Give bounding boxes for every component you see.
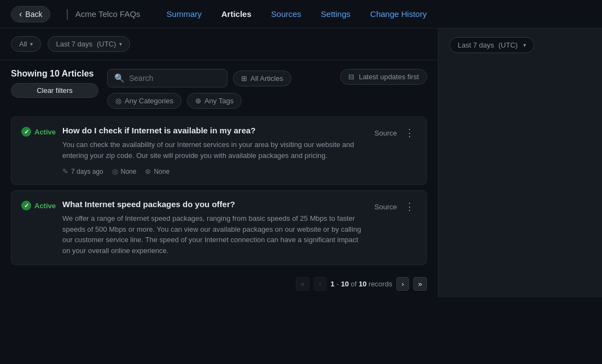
all-filter-chevron: ▾: [30, 41, 33, 47]
top-nav: ‹ Back | Acme Telco FAQs Summary Article…: [0, 0, 602, 28]
check-icon: ✓: [24, 128, 29, 136]
source-button[interactable]: Source: [375, 129, 397, 137]
sort-dropdown[interactable]: ⊟ Latest updates first: [340, 69, 427, 85]
records-label: records: [369, 280, 392, 288]
right-date-filter[interactable]: Last 7 days (UTC) ▾: [449, 37, 534, 53]
date-filter-dropdown[interactable]: Last 7 days (UTC) ▾: [48, 36, 130, 52]
tag-meta-icon: ⊛: [145, 167, 151, 175]
status-dot: ✓: [21, 201, 31, 210]
right-filter-row: Last 7 days (UTC) ▾: [449, 37, 591, 53]
sort-label: Latest updates first: [359, 73, 419, 81]
nav-links: Summary Articles Sources Settings Change…: [158, 6, 436, 22]
breadcrumb-title: Acme Telco FAQs: [75, 9, 141, 19]
article-header: ✓ Active What Internet speed packages do…: [21, 199, 417, 256]
meta-tag: ⊛ None: [145, 167, 170, 175]
toolbar-filters: 🔍 ⊞ All Articles ◎ Any Categories ⊛ Any …: [107, 69, 331, 109]
toolbar: Showing 10 Articles Clear filters 🔍 ⊞ Al…: [11, 69, 427, 109]
all-filter-label: All: [19, 40, 27, 48]
any-categories-label: Any Categories: [125, 97, 173, 105]
meta-category: ◎ None: [112, 167, 137, 175]
date-filter-chevron: ▾: [119, 41, 122, 47]
sort-icon: ⊟: [348, 73, 354, 81]
any-categories-filter[interactable]: ◎ Any Categories: [107, 93, 182, 109]
last-page-button[interactable]: »: [413, 277, 427, 291]
breadcrumb-separator: |: [66, 8, 68, 20]
status-text: Active: [34, 202, 56, 210]
category-text: None: [121, 168, 137, 175]
source-button[interactable]: Source: [375, 203, 397, 211]
showing-label: Showing 10 Articles: [11, 69, 98, 79]
right-date-chevron: ▾: [523, 42, 526, 48]
clear-filters-button[interactable]: Clear filters: [11, 83, 98, 98]
nav-link-settings[interactable]: Settings: [312, 6, 359, 22]
status-text: Active: [34, 128, 56, 136]
all-articles-label: All Articles: [250, 74, 283, 83]
article-excerpt: We offer a range of Internet speed packa…: [62, 213, 364, 256]
prev-page-button[interactable]: ‹: [314, 277, 326, 291]
category-meta-icon: ◎: [112, 167, 118, 175]
nav-link-sources[interactable]: Sources: [262, 6, 310, 22]
status-badge: ✓ Active: [21, 127, 56, 137]
back-arrow-icon: ‹: [19, 9, 22, 19]
nav-link-summary[interactable]: Summary: [158, 6, 211, 22]
search-icon: 🔍: [114, 73, 125, 83]
more-button[interactable]: ⋮: [402, 199, 417, 214]
nav-link-articles[interactable]: Articles: [213, 6, 260, 22]
more-button[interactable]: ⋮: [402, 126, 417, 140]
any-tags-label: Any Tags: [204, 97, 233, 105]
article-card: ✓ Active How do I check if Internet is a…: [11, 116, 427, 185]
range-start: 1: [331, 280, 335, 288]
nav-link-change-history[interactable]: Change History: [361, 6, 435, 22]
meta-updated: ✎ 7 days ago: [62, 167, 103, 175]
right-date-tz: (UTC): [499, 41, 518, 49]
articles-icon: ⊞: [241, 74, 247, 83]
pagination: « ‹ 1 - 10 of 10 records › »: [0, 271, 438, 297]
all-filter-dropdown[interactable]: All ▾: [11, 36, 41, 52]
article-actions: Source ⋮: [375, 199, 417, 214]
check-icon: ✓: [24, 202, 29, 209]
tags-icon: ⊛: [195, 97, 201, 105]
article-card: ✓ Active What Internet speed packages do…: [11, 190, 427, 265]
status-badge: ✓ Active: [21, 201, 56, 210]
date-filter-label: Last 7 days: [56, 40, 92, 48]
article-meta: ✎ 7 days ago ◎ None ⊛ None: [62, 167, 364, 175]
category-icon: ◎: [115, 97, 121, 105]
right-date-label: Last 7 days: [458, 41, 494, 49]
range-end: 10: [341, 280, 348, 288]
updated-text: 7 days ago: [71, 168, 103, 175]
filter-row: All ▾ Last 7 days (UTC) ▾: [0, 28, 438, 60]
toolbar-left: Showing 10 Articles Clear filters: [11, 69, 98, 98]
back-button[interactable]: ‹ Back: [11, 6, 50, 22]
tag-text: None: [154, 168, 170, 175]
right-panel: Last 7 days (UTC) ▾: [438, 28, 602, 297]
pencil-icon: ✎: [62, 167, 68, 175]
article-actions: Source ⋮: [375, 126, 417, 140]
total-pages: 10: [359, 280, 366, 288]
article-body: What Internet speed packages do you offe…: [62, 199, 364, 256]
all-articles-filter[interactable]: ⊞ All Articles: [233, 71, 291, 86]
first-page-button[interactable]: «: [296, 277, 309, 291]
article-title[interactable]: What Internet speed packages do you offe…: [62, 199, 364, 209]
articles-panel: Showing 10 Articles Clear filters 🔍 ⊞ Al…: [0, 60, 438, 265]
article-title[interactable]: How do I check if Internet is available …: [62, 126, 364, 135]
search-box[interactable]: 🔍: [107, 69, 227, 87]
back-label: Back: [25, 10, 42, 19]
date-filter-tz: (UTC): [97, 40, 116, 48]
search-input[interactable]: [129, 74, 220, 83]
article-body: How do I check if Internet is available …: [62, 126, 364, 175]
article-excerpt: You can check the availability of our In…: [62, 139, 364, 161]
any-tags-filter[interactable]: ⊛ Any Tags: [187, 93, 242, 109]
status-dot: ✓: [21, 127, 31, 137]
next-page-button[interactable]: ›: [396, 277, 408, 291]
page-info: 1 - 10 of 10 records: [331, 280, 393, 288]
article-header: ✓ Active How do I check if Internet is a…: [21, 126, 417, 175]
